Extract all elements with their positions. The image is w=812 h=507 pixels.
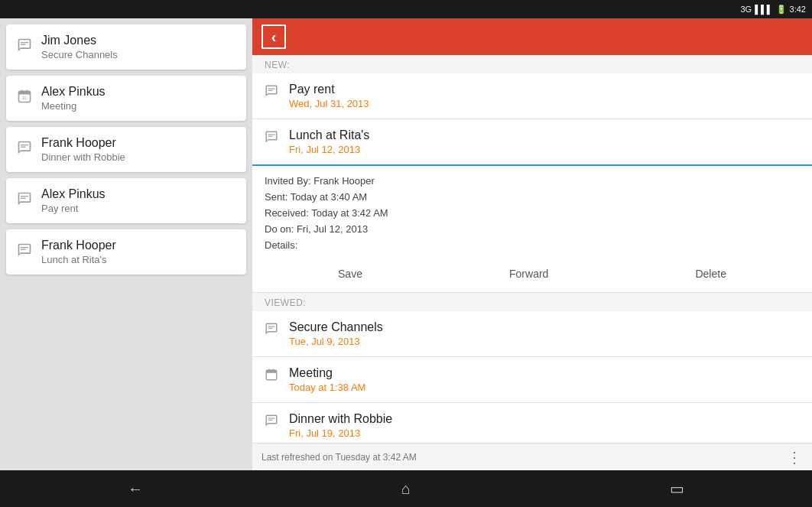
left-panel: Jim Jones Secure Channels 31 Alex Pinkus… <box>0 18 252 470</box>
back-icon: ‹ <box>271 28 277 46</box>
calendar-icon-meeting <box>265 368 278 385</box>
contact-sub-5: Lunch at Rita's <box>41 254 116 265</box>
msg-info-lunch: Lunch at Rita's Fri, Jul 12, 2013 <box>289 128 369 155</box>
contact-info-2: Alex Pinkus Meeting <box>41 85 106 112</box>
svg-rect-3 <box>19 91 31 94</box>
top-bar: ‹ <box>252 18 812 55</box>
contact-sub-3: Dinner with Robbie <box>41 151 125 163</box>
viewed-section-label: VIEWED: <box>252 293 812 311</box>
detail-actions: Save Forward Delete <box>265 258 800 283</box>
msg-title-secure-channels: Secure Channels <box>289 320 383 334</box>
contact-card-5[interactable]: Frank Hooper Lunch at Rita's <box>6 229 246 275</box>
contact-sub-1: Secure Channels <box>41 49 118 60</box>
sent-line: Sent: Today at 3:40 AM <box>265 191 800 203</box>
contact-card-3[interactable]: Frank Hooper Dinner with Robbie <box>6 127 246 172</box>
calendar-icon-2: 31 <box>17 89 32 108</box>
contact-info-4: Alex Pinkus Pay rent <box>41 187 106 214</box>
message-icon-1 <box>17 37 32 57</box>
message-icon-dinner <box>265 414 278 431</box>
network-icon: 3G <box>741 5 752 14</box>
nav-recent-icon: ▭ <box>670 479 684 498</box>
nav-home-button[interactable]: ⌂ <box>383 480 429 498</box>
right-panel: ‹ NEW: Pay rent Wed, Jul 31, 2013 <box>252 18 812 470</box>
nav-bar: ← ⌂ ▭ <box>0 470 812 507</box>
contact-card-4[interactable]: Alex Pinkus Pay rent <box>6 178 246 223</box>
msg-date-meeting: Today at 1:38 AM <box>289 382 365 393</box>
msg-info-pay-rent: Pay rent Wed, Jul 31, 2013 <box>289 83 369 109</box>
messages-area: NEW: Pay rent Wed, Jul 31, 2013 <box>252 55 812 443</box>
message-item-dinner[interactable]: Dinner with Robbie Fri, Jul 19, 2013 <box>252 403 812 443</box>
msg-info-dinner: Dinner with Robbie Fri, Jul 19, 2013 <box>289 412 392 439</box>
back-button[interactable]: ‹ <box>261 24 286 49</box>
status-bar: 3G ▌▌▌ 🔋 3:42 <box>0 0 812 18</box>
contact-name-3: Frank Hooper <box>41 136 125 150</box>
contact-name-2: Alex Pinkus <box>41 85 106 99</box>
status-icons: 3G ▌▌▌ 🔋 3:42 <box>741 5 807 15</box>
nav-home-icon: ⌂ <box>401 480 411 498</box>
msg-title-meeting: Meeting <box>289 366 365 380</box>
nav-recent-button[interactable]: ▭ <box>654 479 700 498</box>
contact-info-3: Frank Hooper Dinner with Robbie <box>41 136 125 163</box>
message-icon-lunch <box>265 130 278 148</box>
forward-button[interactable]: Forward <box>494 265 564 283</box>
new-section-label: NEW: <box>252 55 812 73</box>
message-icon-pay-rent <box>265 84 278 102</box>
signal-icon: ▌▌▌ <box>755 5 772 14</box>
message-item-meeting[interactable]: Meeting Today at 1:38 AM <box>252 357 812 403</box>
battery-icon: 🔋 <box>776 5 787 15</box>
time-display: 3:42 <box>790 5 806 14</box>
message-item-lunch[interactable]: Lunch at Rita's Fri, Jul 12, 2013 <box>252 119 812 164</box>
msg-date-lunch: Fri, Jul 12, 2013 <box>289 144 369 155</box>
contact-sub-4: Pay rent <box>41 203 106 214</box>
message-icon-secure-channels <box>265 322 278 340</box>
msg-date-pay-rent: Wed, Jul 31, 2013 <box>289 98 369 109</box>
contact-name-4: Alex Pinkus <box>41 187 106 201</box>
svg-rect-20 <box>266 370 277 373</box>
received-line: Received: Today at 3:42 AM <box>265 207 800 219</box>
message-icon-4 <box>17 191 32 210</box>
svg-text:31: 31 <box>22 96 27 100</box>
message-item-secure-channels[interactable]: Secure Channels Tue, Jul 9, 2013 <box>252 311 812 357</box>
contact-card-1[interactable]: Jim Jones Secure Channels <box>6 24 246 70</box>
delete-button[interactable]: Delete <box>680 265 741 283</box>
bottom-status-bar: Last refreshed on Tuesday at 3:42 AM ⋮ <box>252 443 812 470</box>
msg-date-dinner: Fri, Jul 19, 2013 <box>289 427 392 439</box>
contact-card-2[interactable]: 31 Alex Pinkus Meeting <box>6 76 246 121</box>
save-button[interactable]: Save <box>323 265 378 283</box>
nav-back-button[interactable]: ← <box>112 480 158 498</box>
msg-title-dinner: Dinner with Robbie <box>289 412 392 426</box>
msg-info-meeting: Meeting Today at 1:38 AM <box>289 366 365 393</box>
contact-name-1: Jim Jones <box>41 34 118 47</box>
msg-title-pay-rent: Pay rent <box>289 83 369 96</box>
msg-date-secure-channels: Tue, Jul 9, 2013 <box>289 336 383 347</box>
more-icon[interactable]: ⋮ <box>787 448 803 466</box>
nav-back-icon: ← <box>128 480 143 498</box>
message-icon-3 <box>17 140 32 159</box>
msg-title-lunch: Lunch at Rita's <box>289 128 369 142</box>
msg-info-secure-channels: Secure Channels Tue, Jul 9, 2013 <box>289 320 383 347</box>
details-line: Details: <box>265 239 800 251</box>
contact-sub-2: Meeting <box>41 100 106 112</box>
contact-info-1: Jim Jones Secure Channels <box>41 34 118 60</box>
message-item-pay-rent[interactable]: Pay rent Wed, Jul 31, 2013 <box>252 73 812 119</box>
do-on-line: Do on: Fri, Jul 12, 2013 <box>265 223 800 235</box>
message-icon-5 <box>17 242 32 262</box>
main-area: Jim Jones Secure Channels 31 Alex Pinkus… <box>0 18 812 470</box>
detail-panel: Invited By: Frank Hooper Sent: Today at … <box>252 166 812 293</box>
contact-info-5: Frank Hooper Lunch at Rita's <box>41 239 116 265</box>
contact-name-5: Frank Hooper <box>41 239 116 252</box>
invited-by-line: Invited By: Frank Hooper <box>265 175 800 187</box>
refresh-text: Last refreshed on Tuesday at 3:42 AM <box>261 452 417 463</box>
